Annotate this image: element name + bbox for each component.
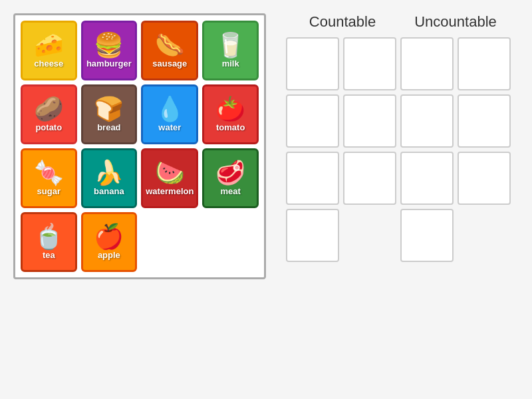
main-container: 🧀cheese🍔hamburger🌭sausage🥛milk🥔potato🍞br… (13, 13, 512, 279)
tea-label: tea (43, 250, 55, 260)
watermelon-icon: 🍉 (155, 161, 185, 185)
food-item-cheese[interactable]: 🧀cheese (21, 21, 77, 80)
food-item-tomato[interactable]: 🍅tomato (202, 84, 259, 144)
watermelon-label: watermelon (146, 186, 194, 196)
food-item-potato[interactable]: 🥔potato (21, 84, 77, 144)
sort-cell-bottom-1[interactable] (286, 209, 339, 262)
sort-cell-3[interactable] (458, 37, 511, 90)
hamburger-icon: 🍔 (94, 33, 124, 57)
sort-cell-bottom-2[interactable] (400, 209, 454, 262)
water-icon: 💧 (155, 97, 185, 121)
sort-cell-10[interactable] (400, 152, 454, 205)
food-item-apple[interactable]: 🍎apple (81, 212, 138, 272)
food-item-tea[interactable]: 🍵tea (21, 212, 77, 272)
meat-label: meat (221, 186, 241, 196)
bread-label: bread (97, 122, 120, 132)
sort-cell-4[interactable] (286, 94, 339, 148)
tomato-icon: 🍅 (215, 97, 245, 121)
sugar-label: sugar (37, 186, 61, 196)
sugar-icon: 🍬 (34, 161, 64, 185)
bread-icon: 🍞 (94, 97, 124, 121)
sausage-icon: 🌭 (155, 33, 185, 57)
food-item-watermelon[interactable]: 🍉watermelon (141, 148, 198, 208)
sorting-panel: Countable Uncountable (286, 13, 512, 262)
food-grid-container: 🧀cheese🍔hamburger🌭sausage🥛milk🥔potato🍞br… (13, 13, 266, 279)
sort-cell-7[interactable] (458, 94, 511, 148)
milk-label: milk (222, 59, 239, 68)
sort-cell-9[interactable] (343, 152, 396, 205)
food-item-sugar[interactable]: 🍬sugar (21, 148, 77, 208)
potato-label: potato (35, 122, 62, 132)
apple-icon: 🍎 (94, 225, 124, 249)
food-item-banana[interactable]: 🍌banana (81, 148, 138, 208)
countable-header: Countable (286, 13, 399, 31)
potato-icon: 🥔 (34, 97, 64, 121)
food-item-milk[interactable]: 🥛milk (202, 21, 259, 80)
sort-cell-6[interactable] (400, 94, 454, 148)
food-item-meat[interactable]: 🥩meat (202, 148, 259, 208)
cheese-label: cheese (34, 59, 63, 68)
tomato-label: tomato (216, 122, 245, 132)
tea-icon: 🍵 (34, 225, 64, 249)
food-grid: 🧀cheese🍔hamburger🌭sausage🥛milk🥔potato🍞br… (21, 21, 259, 272)
water-label: water (158, 122, 181, 132)
sausage-label: sausage (152, 59, 187, 68)
sort-cell-5[interactable] (343, 94, 396, 148)
sort-cell-2[interactable] (400, 37, 454, 90)
meat-icon: 🥩 (215, 161, 245, 185)
sorting-grid (286, 37, 511, 205)
cheese-icon: 🧀 (34, 33, 64, 57)
food-item-sausage[interactable]: 🌭sausage (141, 21, 198, 80)
banana-icon: 🍌 (94, 161, 124, 185)
uncountable-header: Uncountable (399, 13, 512, 31)
apple-label: apple (98, 250, 120, 260)
bottom-spacer-1 (343, 209, 396, 262)
sort-cell-0[interactable] (286, 37, 339, 90)
milk-icon: 🥛 (215, 33, 245, 57)
bottom-row (286, 209, 512, 262)
food-item-hamburger[interactable]: 🍔hamburger (81, 21, 138, 80)
food-item-bread[interactable]: 🍞bread (81, 84, 138, 144)
hamburger-label: hamburger (86, 59, 132, 68)
sort-cell-11[interactable] (458, 152, 511, 205)
bottom-spacer-2 (458, 209, 511, 262)
sort-cell-1[interactable] (343, 37, 396, 90)
sorting-headers: Countable Uncountable (286, 13, 512, 31)
food-item-water[interactable]: 💧water (141, 84, 198, 144)
banana-label: banana (94, 186, 124, 196)
sort-cell-8[interactable] (286, 152, 339, 205)
